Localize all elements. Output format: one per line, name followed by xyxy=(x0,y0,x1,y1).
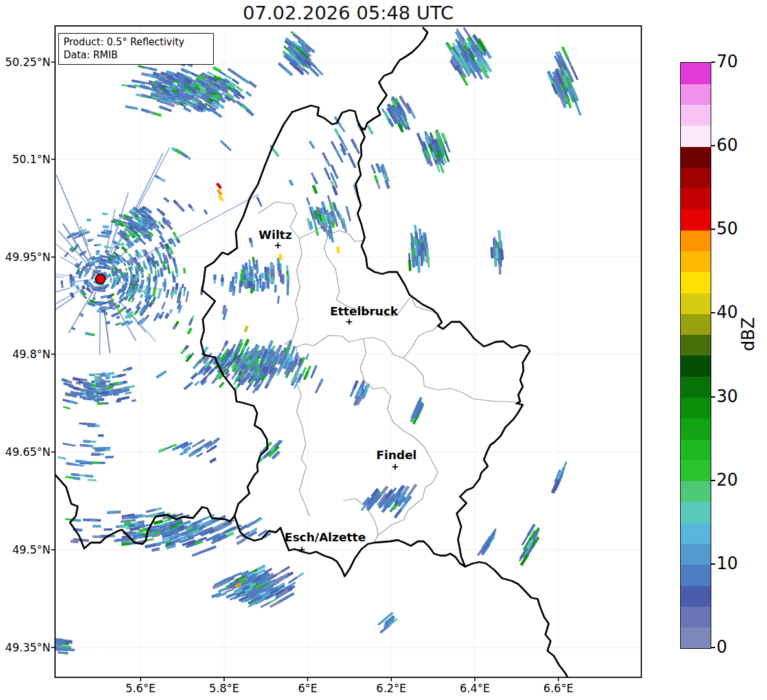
echo-cell xyxy=(286,287,289,295)
echo-cell xyxy=(87,387,92,390)
colorbar-band xyxy=(681,126,711,147)
echo-cell xyxy=(93,525,101,528)
x-tick-label: 6°E xyxy=(282,682,334,695)
echo-cell xyxy=(253,284,255,291)
colorbar-band xyxy=(681,481,711,502)
y-tick-label: 49.35°N xyxy=(0,641,51,654)
colorbar-band xyxy=(681,272,711,293)
radar-map-page: 07.02.2026 05:48 UTC WiltzEttelbruckFind… xyxy=(0,0,767,700)
echo-cell xyxy=(97,383,102,385)
colorbar-tick-label: 50 xyxy=(716,219,738,238)
colorbar-band xyxy=(681,84,711,105)
echo-cell xyxy=(274,285,277,293)
echo-cell xyxy=(87,479,97,481)
echo-cell xyxy=(83,519,90,521)
echo-cell xyxy=(102,225,109,228)
echo-cell xyxy=(102,212,108,215)
colorbar-band xyxy=(681,313,711,335)
colorbar-band xyxy=(681,63,711,84)
colorbar-band xyxy=(681,502,711,523)
echo-cell xyxy=(109,280,112,283)
echo-cell xyxy=(95,449,102,452)
colorbar-tick-mark xyxy=(711,563,715,565)
echo-cell xyxy=(97,402,103,405)
echo-cell xyxy=(93,536,102,538)
colorbar xyxy=(680,62,711,649)
echo-cell xyxy=(221,282,223,286)
product-info-line1: Product: 0.5° Reflectivity xyxy=(63,36,209,49)
echo-cell xyxy=(69,274,73,279)
echo-cell xyxy=(95,376,99,379)
echo-cell xyxy=(266,280,269,288)
echo-cell xyxy=(98,447,104,449)
x-tick-label: 5.8°E xyxy=(198,682,250,695)
x-tick-label: 6.2°E xyxy=(365,682,417,695)
echo-cell xyxy=(106,234,109,238)
colorbar-band xyxy=(681,209,711,231)
colorbar-band xyxy=(681,356,711,377)
echo-cell xyxy=(273,278,275,284)
echo-cell xyxy=(157,273,160,277)
echo-cell xyxy=(286,275,290,282)
colorbar-tick-mark xyxy=(711,62,715,63)
echo-cell xyxy=(244,271,246,276)
echo-cell xyxy=(108,391,113,394)
colorbar-band xyxy=(681,585,711,607)
colorbar-tick-mark xyxy=(711,145,715,146)
radar-map: WiltzEttelbruckFindelEsch/Alzette xyxy=(49,19,648,684)
echo-cell xyxy=(248,281,251,288)
echo-cell xyxy=(75,460,81,463)
colorbar-band xyxy=(681,398,711,419)
colorbar-unit-label: dBZ xyxy=(738,317,758,351)
colorbar-tick-label: 10 xyxy=(716,554,738,573)
colorbar-band xyxy=(681,105,711,126)
city-label: Findel xyxy=(376,448,417,462)
echo-cell xyxy=(125,272,128,276)
map-background xyxy=(55,26,641,677)
echo-cell xyxy=(102,387,108,389)
product-info-box: Product: 0.5° Reflectivity Data: RMIB xyxy=(58,33,214,65)
echo-cell xyxy=(268,273,269,279)
echo-cell xyxy=(259,280,261,288)
y-tick-label: 49.65°N xyxy=(0,446,51,458)
product-info-line2: Data: RMIB xyxy=(63,49,209,62)
echo-cell xyxy=(232,291,235,296)
colorbar-band xyxy=(681,167,711,188)
echo-cell xyxy=(148,278,151,282)
echo-cell xyxy=(253,276,255,281)
echo-cell xyxy=(107,511,115,514)
colorbar-band xyxy=(681,460,711,481)
echo-cell xyxy=(95,303,100,305)
echo-cell xyxy=(96,250,100,253)
echo-cell xyxy=(126,278,128,282)
echo-cell xyxy=(97,389,102,391)
echo-cell xyxy=(175,283,178,289)
radar-site-marker xyxy=(96,275,106,284)
colorbar-tick-label: 30 xyxy=(716,387,738,406)
echo-cell xyxy=(264,272,267,280)
echo-cell xyxy=(97,392,104,395)
echo-cell xyxy=(97,243,101,246)
echo-cell xyxy=(72,277,75,281)
x-tick-label: 5.6°E xyxy=(115,682,166,695)
colorbar-band xyxy=(681,439,711,460)
colorbar-band xyxy=(681,376,711,398)
echo-cell xyxy=(163,282,165,287)
echo-cell xyxy=(176,273,178,277)
echo-cell xyxy=(70,282,73,288)
echo-cell xyxy=(61,280,63,284)
radar-spoke xyxy=(100,311,100,355)
echo-cell xyxy=(286,282,289,288)
echo-cell xyxy=(235,278,237,284)
colorbar-band xyxy=(681,230,711,251)
echo-cell xyxy=(244,282,247,288)
echo-cell xyxy=(153,277,155,282)
echo-cell xyxy=(229,287,232,292)
y-tick-label: 50.25°N xyxy=(0,56,51,69)
echo-cell xyxy=(105,456,113,458)
echo-cell xyxy=(142,280,144,284)
echo-cell xyxy=(271,269,274,276)
echo-cell xyxy=(261,273,264,278)
colorbar-band xyxy=(681,418,711,440)
echo-cell xyxy=(106,376,111,379)
